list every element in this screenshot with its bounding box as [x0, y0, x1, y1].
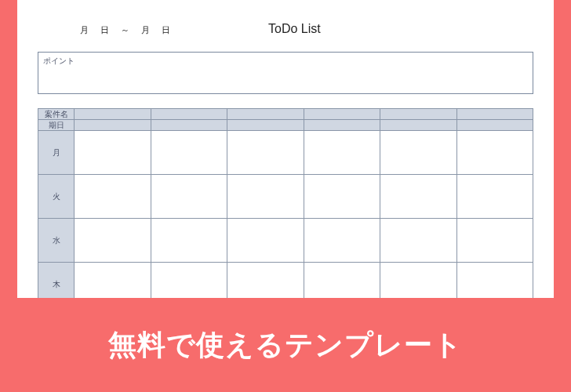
grid-cell [227, 131, 304, 175]
grid-cell [75, 175, 151, 219]
grid-header-label-top: 案件名 [38, 109, 75, 120]
grid-header-bottom: 期日 [38, 120, 533, 131]
grid-row: 木 [38, 263, 533, 299]
grid-cell [304, 219, 380, 263]
grid-cell [380, 263, 457, 299]
grid-cell [151, 263, 227, 299]
point-label: ポイント [43, 56, 528, 67]
grid-header-col [75, 120, 151, 131]
grid-header-col [456, 120, 533, 131]
grid-cell [75, 219, 151, 263]
grid-cell [380, 219, 457, 263]
grid-header-col [151, 120, 227, 131]
grid-row: 火 [38, 175, 533, 219]
grid-cell [304, 263, 380, 299]
grid-cell [227, 263, 304, 299]
grid-cell [304, 131, 380, 175]
day-label: 木 [38, 263, 75, 299]
document-container: 月 日 ～ 月 日 ToDo List ポイント 案件名 期日 月 [17, 0, 554, 298]
grid-header-label-bottom: 期日 [38, 120, 75, 131]
banner: 無料で使えるテンプレート [0, 298, 571, 392]
grid-row: 水 [38, 219, 533, 263]
grid-cell [304, 175, 380, 219]
header-row: 月 日 ～ 月 日 ToDo List [33, 22, 538, 36]
grid-cell [151, 131, 227, 175]
grid-cell [380, 131, 457, 175]
day-label: 火 [38, 175, 75, 219]
grid-cell [75, 263, 151, 299]
grid-cell [456, 131, 533, 175]
grid-header-col [304, 120, 380, 131]
grid-cell [151, 219, 227, 263]
grid-header-top: 案件名 [38, 109, 533, 120]
day-label: 月 [38, 131, 75, 175]
grid-cell [456, 219, 533, 263]
grid-cell [227, 175, 304, 219]
grid-header-col [380, 120, 457, 131]
grid-cell [456, 175, 533, 219]
grid-header-col [227, 109, 304, 120]
grid-header-col [151, 109, 227, 120]
grid-cell [380, 175, 457, 219]
page-title: ToDo List [268, 22, 321, 36]
point-box: ポイント [38, 52, 533, 94]
grid-cell [227, 219, 304, 263]
date-range: 月 日 ～ 月 日 [80, 24, 245, 36]
grid-cell [456, 263, 533, 299]
grid-header-col [227, 120, 304, 131]
grid-cell [75, 131, 151, 175]
grid-header-col [304, 109, 380, 120]
todo-grid: 案件名 期日 月 火 [38, 108, 533, 298]
grid-header-col [75, 109, 151, 120]
banner-text: 無料で使えるテンプレート [108, 326, 463, 365]
grid-cell [151, 175, 227, 219]
grid-header-col [456, 109, 533, 120]
day-label: 水 [38, 219, 75, 263]
grid-row: 月 [38, 131, 533, 175]
grid-header-col [380, 109, 457, 120]
